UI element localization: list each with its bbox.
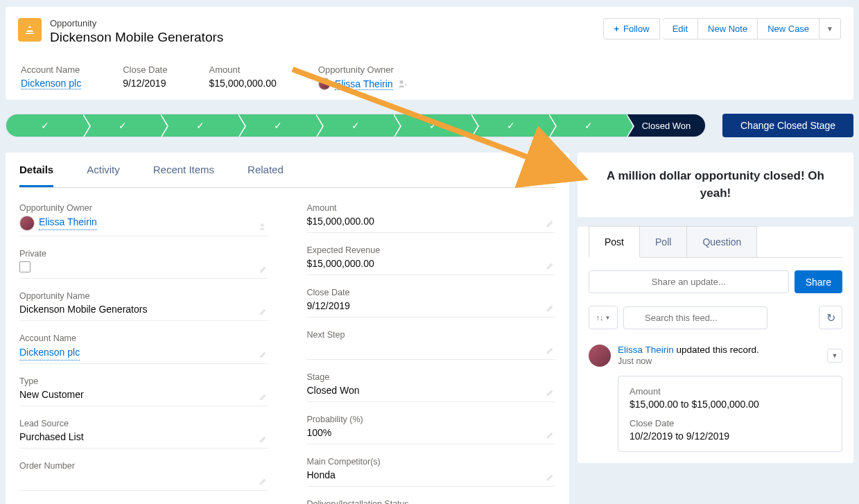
summary-owner-label: Opportunity Owner [318, 64, 408, 75]
svg-point-0 [399, 80, 403, 84]
field-value-account[interactable]: Dickenson plc [19, 347, 80, 360]
share-update-input[interactable] [589, 270, 789, 293]
follow-button[interactable]: + Follow [603, 18, 659, 40]
refresh-feed-button[interactable]: ↻ [819, 306, 842, 329]
field-value-lead-source: Purchased List [19, 431, 268, 445]
field-label-close-date: Close Date [307, 288, 556, 297]
path-step[interactable]: ✓ [550, 114, 627, 137]
change-closed-stage-button[interactable]: Change Closed Stage [722, 114, 853, 137]
field-label-competitor: Main Competitor(s) [307, 457, 556, 467]
edit-pencil-icon[interactable] [259, 349, 268, 359]
tab-activity[interactable]: Activity [87, 153, 120, 187]
share-button[interactable]: Share [795, 270, 842, 293]
update-amount-label: Amount [630, 386, 831, 397]
edit-pencil-icon[interactable] [259, 434, 268, 444]
field-label-expected: Expected Revenue [307, 245, 556, 255]
svg-point-1 [260, 223, 263, 227]
chevron-down-icon: ▼ [826, 25, 833, 33]
path-step[interactable]: ✓ [6, 114, 84, 137]
update-close-label: Close Date [630, 418, 831, 428]
celebration-card: A million dollar opportunity closed! Oh … [578, 153, 853, 217]
record-header: Opportunity Dickenson Mobile Generators … [6, 7, 853, 100]
field-value-amount: $15,000,000.00 [307, 216, 556, 229]
field-label-next-step: Next Step [307, 330, 556, 340]
chatter-feed: Post Poll Question Share ↑↓ ▼ 🔍 [578, 227, 853, 463]
summary-account-value[interactable]: Dickenson plc [21, 78, 81, 89]
feed-tab-post[interactable]: Post [589, 226, 640, 258]
field-label-opp-name: Opportunity Name [19, 291, 268, 301]
edit-button[interactable]: Edit [663, 18, 698, 40]
check-icon: ✓ [119, 120, 127, 131]
field-label-private: Private [19, 249, 268, 259]
field-label-amount: Amount [307, 203, 556, 213]
owner-avatar [19, 216, 35, 231]
feed-item-menu-button[interactable]: ▼ [827, 349, 842, 363]
path-step[interactable]: ✓ [162, 114, 239, 137]
new-case-button[interactable]: New Case [758, 18, 819, 40]
celebration-text: A million dollar opportunity closed! Oh … [594, 168, 837, 202]
field-value-order-number [19, 473, 268, 487]
edit-pencil-icon[interactable] [259, 306, 268, 316]
edit-pencil-icon[interactable] [546, 345, 555, 355]
feed-action-text: updated this record. [674, 345, 759, 355]
tab-related[interactable]: Related [248, 153, 284, 187]
summary-owner-value[interactable]: Elissa Theirin [335, 78, 393, 90]
edit-pencil-icon[interactable] [546, 388, 555, 397]
check-icon: ✓ [352, 120, 360, 131]
owner-avatar [318, 78, 331, 90]
change-owner-icon[interactable] [259, 222, 268, 232]
feed-timestamp: Just now [618, 356, 842, 366]
check-icon: ✓ [507, 120, 515, 131]
record-name: Dickenson Mobile Generators [50, 30, 603, 45]
field-label-type: Type [19, 376, 268, 386]
feed-user-link[interactable]: Elissa Theirin [618, 345, 674, 355]
path-step[interactable]: ✓ [317, 114, 394, 137]
sort-feed-button[interactable]: ↑↓ ▼ [589, 306, 618, 329]
chevron-down-icon: ▼ [832, 352, 838, 359]
more-actions-button[interactable]: ▼ [819, 18, 841, 40]
summary-amount-value: $15,000,000.00 [209, 78, 276, 89]
check-icon: ✓ [274, 120, 282, 131]
path-step[interactable]: ✓ [84, 114, 162, 137]
field-value-competitor: Honda [307, 469, 556, 483]
search-feed-input[interactable] [623, 306, 767, 329]
sort-icon: ↑↓ [596, 313, 604, 322]
private-checkbox[interactable] [19, 261, 31, 272]
path-step[interactable]: ✓ [239, 114, 317, 137]
feed-tab-question[interactable]: Question [687, 226, 757, 257]
field-value-opp-name: Dickenson Mobile Generators [19, 304, 268, 318]
field-label-probability: Probability (%) [307, 415, 556, 424]
field-label-owner: Opportunity Owner [19, 203, 268, 213]
edit-pencil-icon[interactable] [259, 392, 268, 401]
path-step[interactable]: ✓ [394, 114, 472, 137]
field-value-type: New Customer [19, 389, 268, 403]
edit-pencil-icon[interactable] [259, 476, 268, 486]
feed-tab-poll[interactable]: Poll [640, 226, 687, 257]
field-label-delivery: Delivery/Installation Status [307, 499, 556, 504]
tab-recent-items[interactable]: Recent Items [153, 153, 214, 187]
edit-pencil-icon[interactable] [546, 303, 555, 313]
path-step[interactable]: ✓ [472, 114, 550, 137]
edit-pencil-icon[interactable] [546, 430, 555, 440]
edit-pencil-icon[interactable] [546, 261, 555, 270]
edit-pencil-icon[interactable] [546, 472, 555, 482]
feed-update-box: Amount $15,000.00 to $15,000,000.00 Clos… [618, 376, 842, 452]
path-step-final[interactable]: Closed Won [627, 114, 705, 137]
field-value-expected: $15,000,000.00 [307, 258, 556, 272]
object-type-label: Opportunity [50, 18, 603, 28]
new-note-button[interactable]: New Note [698, 18, 758, 40]
field-value-probability: 100% [307, 427, 556, 441]
change-owner-icon[interactable] [397, 78, 408, 89]
field-value-stage: Closed Won [307, 385, 556, 399]
edit-pencil-icon[interactable] [546, 218, 555, 228]
field-value-owner: Elissa Theirin [19, 216, 268, 233]
check-icon: ✓ [41, 120, 49, 131]
check-icon: ✓ [429, 120, 437, 131]
tab-details[interactable]: Details [19, 153, 53, 187]
plus-icon: + [614, 24, 619, 34]
summary-close-date-label: Close Date [123, 64, 167, 75]
field-label-stage: Stage [307, 372, 556, 382]
refresh-icon: ↻ [826, 311, 835, 324]
edit-pencil-icon[interactable] [259, 264, 268, 274]
summary-amount-label: Amount [209, 64, 276, 75]
